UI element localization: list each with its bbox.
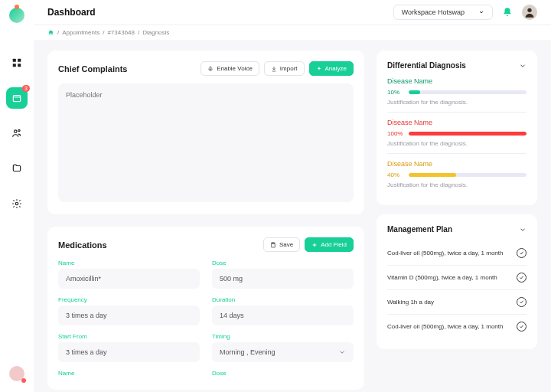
plan-title: Management Plan [387, 225, 452, 234]
nav-appointments[interactable]: 3 [6, 87, 28, 109]
workspace-selector[interactable]: Workspace Hotswap [393, 5, 493, 20]
diffdx-card: Differential Diagnosis Disease Name 10% … [377, 51, 537, 205]
name2-label: Name [58, 370, 200, 377]
sidebar-avatar[interactable] [9, 366, 24, 381]
plan-item: Vitamin D (500mg), twice a day, 1 month [387, 266, 527, 290]
save-button[interactable]: Save [263, 237, 300, 252]
svg-rect-9 [210, 67, 211, 70]
nav-settings[interactable] [6, 193, 28, 214]
import-button[interactable]: Import [264, 61, 305, 76]
svg-point-5 [15, 130, 18, 133]
sparkle-icon [316, 66, 322, 72]
frequency-label: Frequency [58, 296, 200, 303]
page-title: Dashboard [47, 7, 96, 18]
nav-dashboard[interactable] [6, 52, 28, 74]
workspace-label: Workspace Hotswap [402, 8, 465, 16]
complaints-title: Chief Complaints [58, 64, 127, 74]
name-label: Name [58, 260, 200, 266]
chevron-down-icon[interactable] [519, 226, 527, 234]
chevron-down-icon[interactable] [519, 62, 527, 70]
check-icon[interactable] [517, 297, 527, 307]
dx-item-2: Disease Name 100% Justification for the … [387, 119, 527, 154]
svg-point-7 [15, 202, 18, 205]
save-icon [270, 242, 276, 248]
home-icon[interactable] [47, 29, 54, 36]
nav-patients[interactable] [6, 122, 28, 144]
svg-rect-2 [13, 64, 16, 67]
startfrom-input[interactable] [58, 342, 200, 362]
chevron-down-icon [478, 9, 484, 15]
duration-input[interactable] [212, 305, 354, 325]
dose-input[interactable] [212, 269, 354, 289]
complaints-textarea[interactable] [58, 83, 354, 202]
plan-card: Management Plan Cod-liver oil (500mg), t… [377, 214, 537, 349]
timing-select[interactable] [212, 342, 354, 362]
diffdx-title: Differential Diagnosis [387, 61, 466, 70]
enable-voice-button[interactable]: Enable Voice [201, 61, 259, 76]
check-icon[interactable] [517, 273, 527, 283]
add-field-button[interactable]: Add Field [305, 237, 354, 252]
crumb-diagnosis[interactable]: Diagnosis [142, 29, 169, 36]
frequency-input[interactable] [58, 305, 200, 325]
analyze-button[interactable]: Analyze [309, 61, 354, 76]
plan-item: Cod-liver oil (500mg), twice a day, 1 mo… [387, 315, 527, 338]
medications-card: Medications Save Add Field Name [47, 227, 364, 390]
svg-point-6 [18, 129, 20, 131]
plan-item: Walking 1h a day [387, 290, 527, 315]
plan-item: Cod-liver oil (500mg), twice a day, 1 mo… [387, 241, 527, 266]
startfrom-label: Start From [58, 333, 200, 340]
check-icon[interactable] [517, 248, 527, 258]
duration-label: Duration [212, 296, 354, 303]
svg-rect-3 [18, 64, 21, 67]
svg-rect-4 [13, 96, 20, 102]
breadcrumb: / Appointments / #7343648 / Diagnosis [34, 24, 551, 40]
svg-rect-0 [13, 59, 16, 62]
svg-point-8 [527, 8, 531, 12]
dx-item-3: Disease Name 40% Justification for the d… [387, 160, 527, 194]
medications-title: Medications [58, 240, 107, 250]
user-avatar[interactable] [522, 5, 537, 20]
app-logo [9, 8, 24, 23]
crumb-id[interactable]: #7343648 [107, 29, 135, 36]
sidebar: 3 [0, 0, 34, 392]
dose-label: Dose [212, 260, 354, 266]
header: Dashboard Workspace Hotswap [34, 0, 551, 24]
nav-badge: 3 [22, 85, 30, 92]
dose2-label: Dose [212, 370, 354, 377]
mic-icon [207, 66, 214, 72]
svg-rect-1 [18, 59, 21, 62]
download-icon [271, 66, 277, 72]
timing-label: Timing [212, 333, 354, 340]
notifications-icon[interactable] [502, 7, 513, 18]
name-input[interactable] [58, 269, 200, 289]
svg-rect-10 [272, 243, 275, 244]
crumb-appointments[interactable]: Appointments [62, 29, 99, 36]
check-icon[interactable] [517, 322, 527, 332]
plus-icon [311, 242, 318, 248]
nav-files[interactable] [6, 158, 28, 179]
dx-item-1: Disease Name 10% Justification for the d… [387, 77, 527, 113]
chief-complaints-card: Chief Complaints Enable Voice Import Ana… [47, 51, 364, 214]
